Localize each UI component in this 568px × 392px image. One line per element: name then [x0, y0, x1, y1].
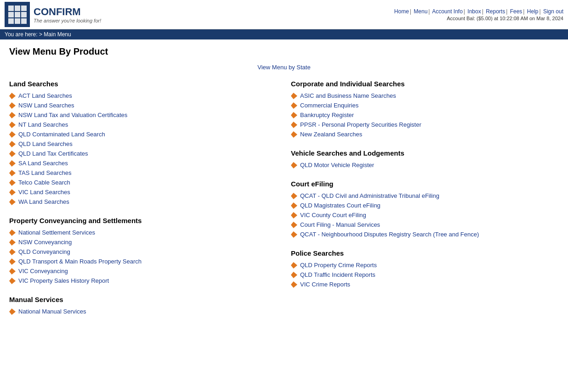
- list-item: National Manual Services: [9, 308, 277, 315]
- list-item: QLD Land Tax Certificates: [9, 150, 277, 157]
- list-item: QCAT - QLD Civil and Administrative Trib…: [291, 192, 559, 199]
- bullet-icon: [291, 262, 297, 269]
- section-title-court-efiling: Court eFiling: [291, 180, 559, 188]
- vic-county-court-link[interactable]: VIC County Court eFiling: [300, 212, 366, 218]
- list-item: QLD Property Crime Reports: [291, 262, 559, 269]
- manual-services-list: National Manual Services: [9, 308, 277, 315]
- section-vehicle-searches: Vehicle Searches and Lodgements QLD Moto…: [291, 149, 559, 168]
- bullet-icon: [9, 199, 16, 205]
- vic-crime-reports-link[interactable]: VIC Crime Reports: [300, 281, 350, 288]
- nsw-land-tax-link[interactable]: NSW Land Tax and Valuation Certificates: [18, 112, 127, 118]
- nsw-conveyancing-link[interactable]: NSW Conveyancing: [18, 239, 72, 246]
- nz-searches-link[interactable]: New Zealand Searches: [300, 131, 362, 138]
- court-efiling-list: QCAT - QLD Civil and Administrative Trib…: [291, 192, 559, 238]
- court-filing-manual-link[interactable]: Court Filing - Manual Services: [300, 221, 380, 228]
- qld-contaminated-link[interactable]: QLD Contaminated Land Search: [18, 131, 105, 138]
- qld-traffic-incident-link[interactable]: QLD Traffic Incident Reports: [300, 271, 375, 278]
- sa-land-searches-link[interactable]: SA Land Searches: [18, 160, 68, 167]
- bullet-icon: [9, 258, 16, 265]
- bullet-icon: [291, 93, 297, 99]
- qld-magistrates-link[interactable]: QLD Magistrates Court eFiling: [300, 202, 381, 209]
- commercial-enquiries-link[interactable]: Commercial Enquiries: [300, 102, 358, 109]
- logo-area: CONFIRM The answer you're looking for!: [5, 2, 101, 27]
- sign-out-link[interactable]: Sign out: [543, 8, 563, 15]
- bullet-icon: [291, 193, 297, 199]
- list-item: WA Land Searches: [9, 198, 277, 205]
- bullet-icon: [291, 202, 297, 209]
- view-menu-state-link[interactable]: View Menu by State: [257, 64, 310, 71]
- national-manual-link[interactable]: National Manual Services: [18, 308, 86, 315]
- bullet-icon: [291, 162, 297, 168]
- nsw-land-searches-link[interactable]: NSW Land Searches: [18, 102, 74, 109]
- bullet-icon: [9, 189, 16, 196]
- list-item: NSW Land Searches: [9, 102, 277, 109]
- list-item: ACT Land Searches: [9, 92, 277, 99]
- list-item: VIC Property Sales History Report: [9, 277, 277, 284]
- section-land-searches: Land Searches ACT Land Searches NSW Land…: [9, 80, 277, 205]
- bullet-icon: [291, 102, 297, 109]
- telco-cable-link[interactable]: Telco Cable Search: [18, 179, 70, 186]
- help-link[interactable]: Help: [527, 8, 539, 15]
- bullet-icon: [9, 151, 16, 157]
- act-land-searches-link[interactable]: ACT Land Searches: [18, 92, 72, 99]
- qld-conveyancing-link[interactable]: QLD Conveyancing: [18, 248, 70, 255]
- ppsr-link[interactable]: PPSR - Personal Property Securities Regi…: [300, 121, 421, 128]
- list-item: VIC County Court eFiling: [291, 212, 559, 218]
- top-nav: Home| Menu| Account Info| Inbox| Reports…: [394, 8, 563, 21]
- citec-logo: [5, 2, 30, 27]
- bullet-icon: [291, 212, 297, 218]
- app-name: CONFIRM: [34, 6, 101, 18]
- vic-property-sales-link[interactable]: VIC Property Sales History Report: [18, 277, 109, 284]
- qld-land-tax-link[interactable]: QLD Land Tax Certificates: [18, 150, 88, 157]
- list-item: National Settlement Services: [9, 229, 277, 236]
- bullet-icon: [291, 222, 297, 228]
- bankruptcy-link[interactable]: Bankruptcy Register: [300, 112, 354, 118]
- nt-land-searches-link[interactable]: NT Land Searches: [18, 121, 68, 128]
- bullet-icon: [9, 102, 16, 109]
- left-column: Land Searches ACT Land Searches NSW Land…: [9, 80, 277, 326]
- breadcrumb: You are here: > Main Menu: [0, 29, 568, 39]
- account-info-link[interactable]: Account Info: [432, 8, 463, 15]
- qld-motor-vehicle-link[interactable]: QLD Motor Vehicle Register: [300, 162, 374, 168]
- fees-link[interactable]: Fees: [510, 8, 523, 15]
- list-item: TAS Land Searches: [9, 169, 277, 176]
- home-link[interactable]: Home: [394, 8, 409, 15]
- list-item: NSW Conveyancing: [9, 239, 277, 246]
- asic-link[interactable]: ASIC and Business Name Searches: [300, 92, 396, 99]
- section-title-police-searches: Police Searches: [291, 249, 559, 257]
- bullet-icon: [291, 281, 297, 288]
- qld-land-searches-link[interactable]: QLD Land Searches: [18, 140, 73, 147]
- top-nav-links: Home| Menu| Account Info| Inbox| Reports…: [394, 8, 563, 15]
- list-item: QCAT - Neighbourhood Disputes Registry S…: [291, 231, 559, 238]
- header: CONFIRM The answer you're looking for! H…: [0, 0, 568, 29]
- menu-link[interactable]: Menu: [414, 8, 427, 15]
- section-title-vehicle-searches: Vehicle Searches and Lodgements: [291, 149, 559, 157]
- main-content: View Menu By Product View Menu by State …: [0, 39, 568, 333]
- inbox-link[interactable]: Inbox: [467, 8, 481, 15]
- bullet-icon: [9, 249, 16, 255]
- section-title-conveyancing: Property Conveyancing and Settlements: [9, 217, 277, 224]
- bullet-icon: [9, 179, 16, 186]
- section-police-searches: Police Searches QLD Property Crime Repor…: [291, 249, 559, 288]
- section-court-efiling: Court eFiling QCAT - QLD Civil and Admin…: [291, 180, 559, 238]
- vic-land-searches-link[interactable]: VIC Land Searches: [18, 189, 70, 196]
- list-item: SA Land Searches: [9, 160, 277, 167]
- qcat-neighbourhood-link[interactable]: QCAT - Neighbourhood Disputes Registry S…: [300, 231, 479, 238]
- list-item: QLD Contaminated Land Search: [9, 131, 277, 138]
- account-balance: Account Bal: ($5.00) at 10:22:08 AM on M…: [394, 16, 563, 21]
- wa-land-searches-link[interactable]: WA Land Searches: [18, 198, 69, 205]
- app-tagline: The answer you're looking for!: [34, 18, 101, 23]
- list-item: VIC Conveyancing: [9, 268, 277, 274]
- national-settlement-link[interactable]: National Settlement Services: [18, 229, 95, 236]
- tas-land-searches-link[interactable]: TAS Land Searches: [18, 169, 71, 176]
- reports-link[interactable]: Reports: [486, 8, 505, 15]
- section-title-land-searches: Land Searches: [9, 80, 277, 88]
- list-item: Telco Cable Search: [9, 179, 277, 186]
- qld-transport-link[interactable]: QLD Transport & Main Roads Property Sear…: [18, 258, 142, 265]
- bullet-icon: [9, 268, 16, 274]
- qld-property-crime-link[interactable]: QLD Property Crime Reports: [300, 262, 377, 269]
- qcat-efiling-link[interactable]: QCAT - QLD Civil and Administrative Trib…: [300, 192, 439, 199]
- bullet-icon: [9, 122, 16, 128]
- vic-conveyancing-link[interactable]: VIC Conveyancing: [18, 268, 68, 274]
- list-item: NT Land Searches: [9, 121, 277, 128]
